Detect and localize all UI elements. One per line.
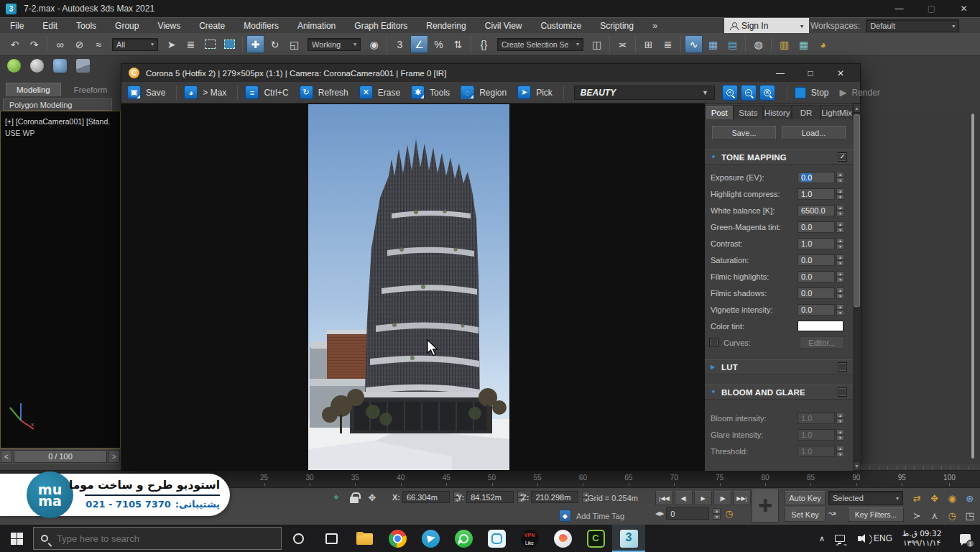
whatsapp[interactable] [447, 525, 480, 552]
percent-snap-toggle-button[interactable]: % [430, 35, 448, 53]
menu-item[interactable]: File [10, 21, 24, 31]
speaker-icon[interactable] [849, 525, 869, 552]
unlink-selection-button[interactable]: ⊘ [70, 35, 88, 53]
undo-button[interactable]: ↶ [6, 35, 24, 53]
lut-checkbox[interactable] [838, 362, 847, 372]
network-icon[interactable] [831, 525, 849, 552]
select-object-button[interactable]: ➤ [162, 35, 180, 53]
select-and-move-button[interactable]: ✚ [246, 35, 264, 53]
selection-lock-icon[interactable] [350, 497, 359, 503]
value-field[interactable]: 0.0 [798, 271, 835, 282]
material-editor-button[interactable]: ◍ [749, 35, 767, 53]
copy-to-clipboard-button[interactable]: ≡ Ctrl+C [242, 84, 295, 101]
corona-titlebar[interactable]: C Corona 5 (Hotfix 2) | 279×505px (1:1) … [121, 64, 860, 82]
value-field[interactable]: 0.0 [798, 254, 835, 266]
corona-tab[interactable]: LightMix [820, 105, 853, 119]
key-steps-icon[interactable]: ↝ [828, 508, 836, 518]
menu-item[interactable]: Create [199, 21, 225, 31]
key-mode-toggle-icon[interactable]: ◀▶ [655, 510, 664, 517]
panel-scrollbar[interactable] [971, 114, 974, 459]
minimize-button[interactable]: — [883, 0, 915, 17]
scroll-up-icon[interactable]: ▲ [853, 104, 861, 113]
add-time-tag[interactable]: ◆ Add Time Tag [559, 510, 624, 522]
next-frame-button[interactable]: > [108, 450, 120, 463]
save-config-button[interactable]: Save... [712, 126, 776, 140]
tools-button[interactable]: ✱ Tools [408, 84, 456, 101]
rocket[interactable] [546, 525, 579, 552]
tray-chevron-icon[interactable]: ∧ [813, 525, 831, 552]
selection-follow[interactable]: ≻ [908, 507, 926, 524]
select-and-scale-button[interactable]: ◱ [285, 35, 303, 53]
erase-button[interactable]: ✕ Erase [356, 84, 407, 101]
spinner[interactable] [836, 429, 844, 441]
curves-editor-button[interactable]: Editor... [800, 336, 844, 349]
maximize-viewport-toggle[interactable]: ◳ [961, 507, 979, 524]
value-field[interactable]: 0.0 [798, 221, 835, 233]
corona-tab[interactable]: History [763, 105, 792, 119]
ribbon-tab-freeform[interactable]: Freeform [64, 83, 118, 96]
snaps-toggle-button[interactable]: 3 [391, 35, 409, 53]
menu-item[interactable]: Civil View [485, 21, 522, 31]
menu-item[interactable]: Scripting [600, 21, 634, 31]
social-downloader[interactable] [480, 525, 513, 552]
value-field[interactable]: 1.0 [798, 446, 835, 457]
menu-item[interactable]: Rendering [426, 21, 466, 31]
render-button[interactable]: ▶ Render [837, 84, 887, 101]
redo-button[interactable]: ↷ [25, 35, 43, 53]
chrome[interactable] [381, 525, 414, 552]
clock[interactable]: 09:32 ق.ظ ۱۳۹۹/۱۱/۱۴ [897, 525, 950, 552]
lut-section-header[interactable]: ▶ LUT [705, 359, 853, 374]
close-button[interactable]: ✕ [948, 0, 980, 17]
time-configuration-icon[interactable]: ◷ [725, 508, 733, 519]
value-field[interactable]: 0.0 [798, 304, 835, 316]
menu-item[interactable]: Group [115, 21, 139, 31]
downstream-button[interactable]: ▤ [724, 35, 741, 53]
rectangular-selection-region-button[interactable] [201, 35, 219, 53]
start-button[interactable] [0, 525, 33, 552]
go-to-start[interactable]: |◀◀ [655, 491, 673, 505]
color-tint-swatch[interactable] [798, 321, 843, 331]
new-key-settings[interactable]: ✥ [926, 489, 944, 507]
schematic-view-button[interactable]: ▦ [704, 35, 722, 53]
corona-close-button[interactable]: ✕ [826, 64, 856, 82]
stop-render-button[interactable]: Stop [792, 84, 836, 101]
load-config-button[interactable]: Load... [782, 126, 846, 140]
tone-mapping-checkbox[interactable] [838, 152, 847, 162]
spinner[interactable] [836, 304, 844, 316]
render-element-select[interactable]: BEAUTY ▼ [574, 86, 715, 100]
auto-key-button[interactable]: Auto Key [785, 491, 826, 505]
value-field[interactable]: 1.0 [798, 429, 835, 441]
menu-item[interactable]: Graph Editors [354, 21, 407, 31]
curve-editor-button[interactable]: ∿ [685, 35, 703, 53]
camera-viewport[interactable]: [+] [CoronaCamera001] [Stand. USE WP x [0, 111, 121, 448]
maximize-button[interactable]: ▢ [915, 0, 948, 17]
scrollbar-thumb[interactable] [854, 114, 860, 307]
spinner[interactable] [836, 188, 844, 200]
render-production-button[interactable]: ◕ [814, 35, 832, 53]
send-to-max-button[interactable]: ◕ > Max [181, 84, 233, 101]
menu-item[interactable]: Edit [42, 21, 57, 31]
cortana-button[interactable] [282, 525, 315, 552]
spinner[interactable] [836, 172, 844, 183]
spinner-snap-toggle-button[interactable]: ⇅ [449, 35, 467, 53]
toggle-layer-explorer-button[interactable]: ≣ [659, 35, 677, 53]
menu-item[interactable]: Animation [297, 21, 336, 31]
vpn-like[interactable] [513, 525, 546, 552]
named-selection-sets-button[interactable]: {} [475, 35, 493, 53]
menu-item[interactable]: Modifiers [244, 21, 279, 31]
value-field[interactable]: 1.0 [798, 188, 835, 200]
pick-button[interactable]: ➤ Pick [514, 84, 559, 101]
previous-frame[interactable]: ◀| [675, 491, 693, 505]
taskbar-search[interactable] [33, 527, 282, 550]
sphere-gray-icon[interactable] [30, 59, 44, 73]
frame-spinner[interactable] [713, 508, 721, 520]
mirror-button[interactable]: ◫ [588, 35, 606, 53]
spinner[interactable] [836, 254, 844, 266]
population-icon[interactable] [53, 59, 67, 73]
value-field[interactable]: 0.0 [798, 288, 835, 299]
spinner[interactable] [836, 413, 844, 424]
polygon-modeling-panel[interactable]: Polygon Modeling [3, 98, 112, 111]
terrain-icon[interactable] [76, 59, 90, 73]
absolute-mode-toggle-icon[interactable]: ✥ [365, 490, 379, 505]
play-animation[interactable]: ▶ [694, 491, 712, 505]
